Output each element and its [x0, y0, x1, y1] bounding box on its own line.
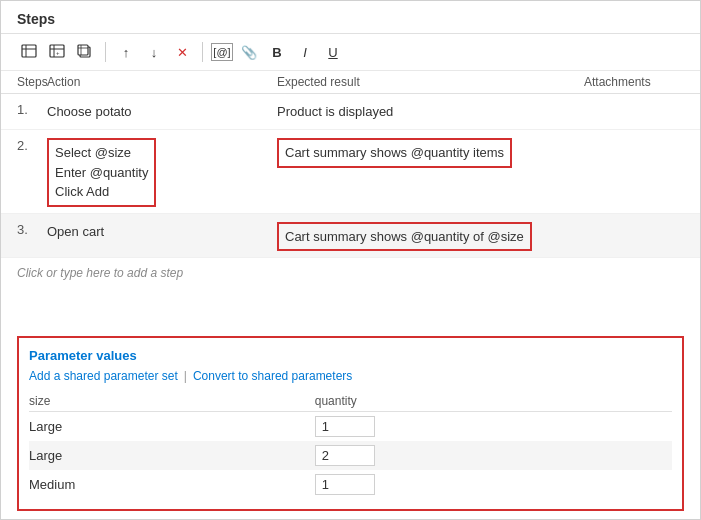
attachment-button[interactable]: 📎	[237, 40, 261, 64]
svg-rect-0	[22, 45, 36, 57]
col-attachments: Attachments	[584, 75, 684, 89]
underline-button[interactable]: U	[321, 40, 345, 64]
svg-rect-8	[78, 45, 88, 55]
table-row: 1. Choose potato Product is displayed	[1, 94, 700, 130]
parameter-values-section: Parameter values Add a shared parameter …	[17, 336, 684, 511]
table-row: 2. Select @sizeEnter @quantityClick Add …	[1, 130, 700, 214]
param-links: Add a shared parameter set | Convert to …	[29, 369, 672, 383]
param-row: Large 1	[29, 412, 672, 442]
separator-2	[202, 42, 203, 62]
delete-button[interactable]: ✕	[170, 40, 194, 64]
step-action-3[interactable]: Open cart	[47, 220, 277, 242]
move-down-button[interactable]: ↓	[142, 40, 166, 64]
col-quantity: quantity	[315, 391, 672, 412]
col-steps: Steps	[17, 75, 47, 89]
step-expected-1[interactable]: Product is displayed	[277, 100, 584, 122]
param-title: Parameter values	[29, 348, 672, 363]
step-expected-2[interactable]: Cart summary shows @quantity items	[277, 136, 584, 168]
step-action-2-bordered[interactable]: Select @sizeEnter @quantityClick Add	[47, 138, 156, 207]
col-size: size	[29, 391, 315, 412]
separator-1	[105, 42, 106, 62]
step-num-2: 2.	[17, 136, 47, 153]
convert-shared-param-link[interactable]: Convert to shared parameters	[193, 369, 352, 383]
col-expected: Expected result	[277, 75, 584, 89]
move-up-button[interactable]: ↑	[114, 40, 138, 64]
italic-button[interactable]: I	[293, 40, 317, 64]
step-expected-3-bordered[interactable]: Cart summary shows @quantity of @size	[277, 222, 532, 252]
bold-button[interactable]: B	[265, 40, 289, 64]
param-qty-3[interactable]: 1	[315, 470, 672, 499]
param-row: Medium 1	[29, 470, 672, 499]
add-step-hint[interactable]: Click or type here to add a step	[1, 258, 700, 288]
add-step-button[interactable]	[17, 40, 41, 64]
parameter-button[interactable]: [@]	[211, 43, 233, 61]
steps-table: Steps Action Expected result Attachments…	[1, 71, 700, 328]
step-action-2[interactable]: Select @sizeEnter @quantityClick Add	[47, 136, 277, 207]
step-expected-2-bordered[interactable]: Cart summary shows @quantity items	[277, 138, 512, 168]
param-table: size quantity Large 1 Large 2 Medium 1	[29, 391, 672, 499]
svg-text:+: +	[56, 50, 60, 56]
add-shared-param-link[interactable]: Add a shared parameter set	[29, 369, 178, 383]
param-qty-1[interactable]: 1	[315, 412, 672, 442]
param-link-divider: |	[184, 369, 187, 383]
toolbar: + ↑ ↓ ✕ [@] 📎 B I U	[1, 34, 700, 71]
param-size-2[interactable]: Large	[29, 441, 315, 470]
param-qty-2[interactable]: 2	[315, 441, 672, 470]
col-action: Action	[47, 75, 277, 89]
main-container: Steps +	[0, 0, 701, 520]
param-header-row: size quantity	[29, 391, 672, 412]
step-num-3: 3.	[17, 220, 47, 237]
steps-header-row: Steps Action Expected result Attachments	[1, 71, 700, 94]
step-action-1[interactable]: Choose potato	[47, 100, 277, 122]
step-expected-3[interactable]: Cart summary shows @quantity of @size	[277, 220, 584, 252]
param-row: Large 2	[29, 441, 672, 470]
table-row: 3. Open cart Cart summary shows @quantit…	[1, 214, 700, 259]
duplicate-step-button[interactable]	[73, 40, 97, 64]
param-size-1[interactable]: Large	[29, 412, 315, 442]
param-size-3[interactable]: Medium	[29, 470, 315, 499]
insert-step-button[interactable]: +	[45, 40, 69, 64]
steps-header: Steps	[1, 1, 700, 34]
step-num-1: 1.	[17, 100, 47, 117]
